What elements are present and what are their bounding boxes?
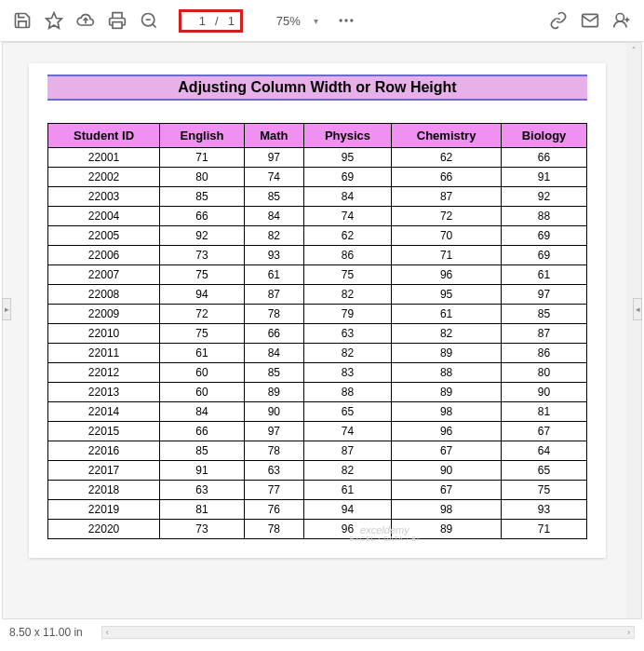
table-cell: 89 [392,344,502,363]
zoom-out-icon[interactable] [134,6,164,35]
table-cell: 66 [501,148,586,168]
table-cell: 74 [303,422,391,441]
page-total: 1 [228,14,235,28]
table-cell: 85 [244,187,303,207]
table-cell: 67 [392,481,502,500]
table-cell: 82 [303,461,391,481]
table-row: 220089487829597 [48,285,587,305]
table-cell: 74 [244,168,303,187]
table-row: 220179163829065 [48,461,587,481]
table-cell: 84 [303,187,391,207]
table-cell: 90 [501,383,586,402]
table-cell: 81 [160,500,245,520]
table-cell: 61 [501,265,586,285]
table-cell: 22002 [48,168,160,187]
table-cell: 66 [160,207,245,226]
table-cell: 22019 [48,500,160,520]
svg-point-5 [339,19,342,21]
table-cell: 22014 [48,402,160,422]
zoom-level[interactable]: 75% [276,14,301,28]
table-cell: 82 [303,344,391,363]
page-size-label: 8.50 x 11.00 in [9,626,83,639]
chevron-down-icon[interactable]: ▾ [314,16,318,26]
right-panel-toggle[interactable]: ◂ [633,298,642,320]
table-cell: 88 [501,207,586,226]
table-cell: 94 [303,500,391,520]
table-cell: 22009 [48,305,160,324]
table-cell: 84 [160,402,245,422]
table-cell: 89 [392,520,502,539]
star-icon[interactable] [39,6,69,35]
table-cell: 82 [303,285,391,305]
table-row: 220136089888990 [48,383,587,402]
table-cell: 22015 [48,422,160,441]
table-cell: 22011 [48,344,160,363]
table-cell: 84 [244,344,303,363]
table-cell: 95 [303,148,391,168]
column-header: English [160,124,245,148]
toolbar: / 1 75% ▾ [0,0,644,42]
table-row: 220168578876764 [48,441,587,461]
print-icon[interactable] [102,6,132,35]
horizontal-scrollbar[interactable]: ‹› [101,626,635,639]
table-cell: 22008 [48,285,160,305]
table-cell: 96 [392,265,502,285]
table-cell: 90 [392,461,502,481]
cloud-upload-icon[interactable] [71,6,101,35]
table-row: 220017197956266 [48,148,587,168]
table-cell: 97 [501,285,586,305]
table-cell: 93 [244,246,303,265]
table-cell: 22006 [48,246,160,265]
table-row: 220207378968971 [48,520,587,539]
table-cell: 87 [501,324,586,344]
table-cell: 63 [244,461,303,481]
table-cell: 67 [392,441,502,461]
mail-icon[interactable] [575,6,605,35]
table-cell: 96 [303,520,391,539]
table-cell: 61 [160,344,245,363]
user-add-icon[interactable] [607,6,637,35]
table-cell: 72 [392,207,502,226]
table-row: 220028074696691 [48,168,587,187]
left-panel-toggle[interactable]: ▸ [2,298,11,320]
table-cell: 86 [303,246,391,265]
table-cell: 62 [303,226,391,246]
table-cell: 60 [160,363,245,383]
table-cell: 75 [160,265,245,285]
table-cell: 22016 [48,441,160,461]
table-cell: 89 [392,383,502,402]
table-row: 220186377616775 [48,481,587,500]
table-row: 220067393867169 [48,246,587,265]
column-header: Chemistry [392,124,502,148]
table-cell: 70 [392,226,502,246]
more-icon[interactable] [331,6,361,35]
table-cell: 22012 [48,363,160,383]
page-title: Adjusting Column Width or Row Height [47,75,587,101]
table-cell: 92 [501,187,586,207]
table-cell: 88 [303,383,391,402]
vertical-scrollbar[interactable]: ˆ [626,43,641,618]
column-header: Student ID [48,124,160,148]
table-cell: 77 [244,481,303,500]
table-cell: 71 [160,148,245,168]
save-icon[interactable] [7,6,37,35]
table-cell: 85 [160,441,245,461]
svg-line-3 [153,24,156,28]
table-row: 220046684747288 [48,207,587,226]
table-cell: 22013 [48,383,160,402]
status-bar: 8.50 x 11.00 in ‹› [0,619,644,645]
table-cell: 94 [160,285,245,305]
svg-marker-0 [47,13,62,29]
table-cell: 69 [501,246,586,265]
svg-point-6 [344,19,347,21]
table-cell: 22007 [48,265,160,285]
link-icon[interactable] [543,6,573,35]
table-cell: 22001 [48,148,160,168]
document-area: ˆ Adjusting Column Width or Row Height S… [2,42,642,619]
table-row: 220077561759661 [48,265,587,285]
table-cell: 95 [392,285,502,305]
table-cell: 98 [392,402,502,422]
table-cell: 64 [501,441,586,461]
page-current-input[interactable] [187,14,206,28]
table-cell: 66 [160,422,245,441]
